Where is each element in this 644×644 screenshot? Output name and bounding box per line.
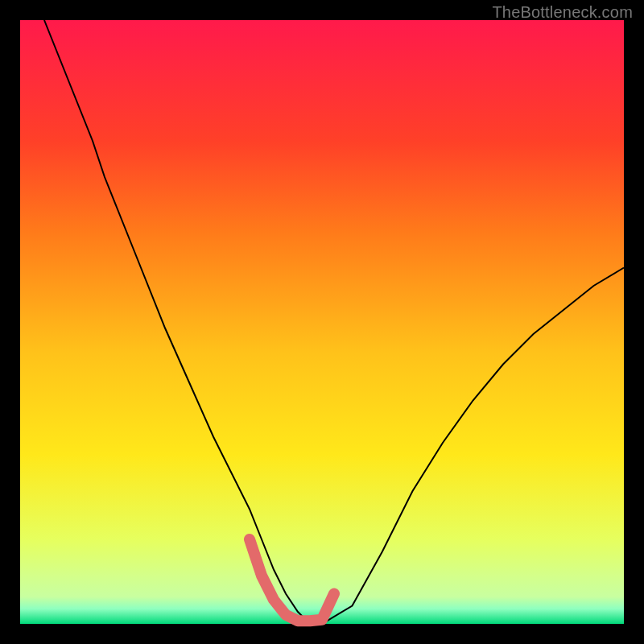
watermark-label: TheBottleneck.com bbox=[492, 3, 633, 22]
chart-container: TheBottleneck.com bbox=[0, 0, 644, 644]
chart-background bbox=[20, 20, 624, 624]
bottleneck-chart bbox=[0, 0, 644, 644]
